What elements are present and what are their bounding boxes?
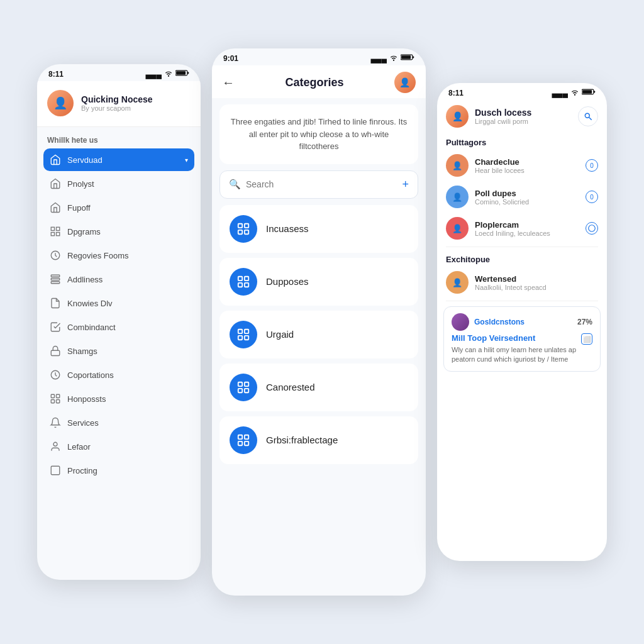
- chevron-icon: ▾: [185, 157, 188, 164]
- nav-label-shamgs: Shamgs: [67, 347, 188, 356]
- search-input[interactable]: [246, 179, 397, 189]
- wifi-icon: [164, 69, 173, 79]
- user-name-right: Dusch locess: [475, 108, 531, 118]
- svg-rect-24: [238, 230, 242, 233]
- time-right: 8:11: [448, 89, 464, 97]
- home-icon: [50, 202, 61, 213]
- svg-rect-40: [238, 441, 242, 445]
- nav-label-procting: Procting: [67, 466, 188, 475]
- phone-sidebar: 8:11 ▄▄▄ 👤 Quicking Nocese By your scapo…: [37, 64, 201, 580]
- cat-icon-incuasess: [230, 215, 257, 243]
- svg-rect-36: [238, 388, 242, 392]
- svg-rect-34: [238, 382, 242, 386]
- svg-rect-10: [51, 282, 60, 284]
- status-bar-center: 9:01 ▄▄▄: [212, 48, 426, 65]
- cat-icon-canorested: [230, 374, 257, 401]
- svg-rect-16: [57, 400, 60, 403]
- status-icons-center: ▄▄▄: [370, 53, 414, 63]
- check-icon: [50, 321, 61, 333]
- search-button-right[interactable]: [578, 106, 598, 126]
- svg-point-47: [589, 225, 596, 232]
- svg-rect-8: [51, 275, 60, 277]
- lock-icon: [50, 345, 61, 357]
- nav-item-procting[interactable]: Procting: [43, 459, 194, 482]
- nav-item-fupoff[interactable]: Fupoff: [43, 196, 194, 219]
- nav-item-honpossts[interactable]: Honpossts: [43, 387, 194, 410]
- home-icon: [50, 178, 61, 189]
- file-icon: [50, 297, 61, 309]
- status-icons-right: ▄▄▄: [552, 88, 596, 97]
- category-item-dupposes[interactable]: Dupposes: [219, 258, 418, 306]
- nav-item-coportations[interactable]: Coportations: [43, 364, 194, 386]
- nav-item-addliness[interactable]: Addliness: [43, 268, 194, 291]
- contact-poll-dupes[interactable]: 👤 Poll dupes Comino, Solicried 0: [437, 181, 607, 213]
- status-bar-left: 8:11 ▄▄▄: [37, 64, 201, 81]
- message-preview-card[interactable]: Gosldcnstons 27% Mill Toop Veirsednent ⬜…: [443, 306, 601, 372]
- contact-avatar-poll: 👤: [446, 186, 469, 208]
- time-center: 9:01: [223, 54, 238, 63]
- back-button[interactable]: ←: [222, 75, 235, 90]
- svg-rect-35: [245, 382, 248, 386]
- phone-contacts: 8:11 ▄▄▄ 👤 Dusch locess Lirggal cwili po…: [437, 83, 607, 561]
- cat-label-dupposes: Dupposes: [266, 276, 309, 287]
- svg-line-46: [589, 118, 592, 120]
- clock2-icon: [50, 369, 61, 380]
- search-bar[interactable]: 🔍 +: [219, 170, 418, 199]
- nav-item-servduad[interactable]: Servduad ▾: [43, 148, 194, 171]
- nav-label-services: Services: [67, 418, 188, 428]
- nav-item-pnolyst[interactable]: Pnolyst: [43, 172, 194, 195]
- svg-rect-41: [245, 441, 248, 445]
- svg-rect-28: [238, 282, 242, 286]
- home-icon: [50, 154, 61, 165]
- contact-chardeclue[interactable]: 👤 Chardeclue Hear bile locees 0: [437, 150, 607, 181]
- grid-icon: [50, 226, 61, 237]
- badge-ploplercam: [586, 222, 598, 235]
- svg-rect-4: [57, 227, 60, 230]
- divider2: [446, 301, 598, 301]
- contact-avatar-ploplercam: 👤: [446, 217, 469, 240]
- category-item-incuasess[interactable]: Incuasess: [219, 205, 418, 253]
- add-button[interactable]: +: [402, 178, 409, 191]
- divider: [446, 247, 598, 247]
- message-top-row: Gosldcnstons 27%: [452, 313, 592, 331]
- box-icon: [50, 465, 61, 476]
- category-item-grbsitrablectage[interactable]: Grbsi:frablectage: [219, 416, 418, 464]
- nav-item-combindanct[interactable]: Combindanct: [43, 316, 194, 338]
- nav-label-knowies-dlv: Knowies Dlv: [67, 299, 188, 308]
- cat-icon-grbsitrablectage: [230, 426, 257, 454]
- nav-item-regovies-fooms[interactable]: Regovies Fooms: [43, 244, 194, 267]
- user-avatar-center: 👤: [394, 72, 416, 93]
- nav-item-lefaor[interactable]: Lefaor: [43, 435, 194, 458]
- wifi-icon-right: [570, 88, 579, 97]
- svg-rect-38: [238, 435, 242, 438]
- svg-rect-23: [245, 223, 248, 227]
- categories-title: Categories: [285, 76, 343, 89]
- contact-wertensed[interactable]: 👤 Wertensed Naalkolii, Inteot speacd: [437, 267, 607, 298]
- nav-item-services[interactable]: Services: [43, 411, 194, 434]
- svg-rect-15: [51, 400, 54, 403]
- category-item-urgaid[interactable]: Urgaid: [219, 311, 418, 358]
- contact-avatar-wertensed: 👤: [446, 271, 469, 294]
- svg-rect-18: [51, 466, 60, 475]
- svg-rect-2: [176, 71, 186, 75]
- status-bar-right: 8:11 ▄▄▄: [437, 83, 607, 100]
- message-sender-name: Gosldcnstons: [474, 318, 525, 326]
- nav-item-shamgs[interactable]: Shamgs: [43, 340, 194, 362]
- sidebar-section-label: Whillk hete us: [37, 127, 201, 148]
- status-icons-left: ▄▄▄: [145, 69, 189, 79]
- nav-label-coportations: Coportations: [67, 370, 188, 380]
- battery-icon: [175, 69, 189, 79]
- nav-items: Servduad ▾ Pnolyst Fupoff Dpgrams Regovi…: [37, 148, 201, 482]
- avatar-right: 👤: [446, 105, 469, 128]
- nav-item-knowies-dlv[interactable]: Knowies Dlv: [43, 292, 194, 314]
- battery-icon-center: [401, 53, 414, 63]
- cat-icon-dupposes: [230, 268, 257, 296]
- categories-top-bar: ← Categories 👤: [212, 65, 426, 98]
- svg-rect-26: [238, 276, 242, 280]
- category-item-canorested[interactable]: Canorested: [219, 364, 418, 411]
- nav-label-pnolyst: Pnolyst: [67, 179, 188, 189]
- nav-item-dpgrams[interactable]: Dpgrams: [43, 220, 194, 243]
- svg-rect-31: [245, 329, 248, 333]
- svg-rect-20: [413, 56, 414, 58]
- contact-ploplercam[interactable]: 👤 Ploplercam Loecd Iniling, leculeaces: [437, 213, 607, 244]
